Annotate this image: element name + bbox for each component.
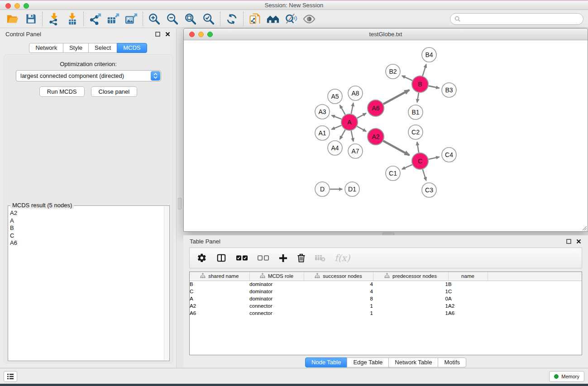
- tab-node-table[interactable]: Node Table: [305, 357, 348, 367]
- table-cell[interactable]: 1: [304, 302, 373, 310]
- vertical-split-handle[interactable]: [178, 198, 182, 210]
- zoom-selected-button[interactable]: [200, 11, 218, 27]
- table-cell[interactable]: C: [448, 288, 488, 295]
- table-cell[interactable]: A6: [448, 310, 488, 317]
- column-header-shared-name[interactable]: shared name: [190, 272, 249, 281]
- close-panel-button[interactable]: Close panel: [91, 86, 138, 97]
- edge-A-A5[interactable]: [340, 105, 345, 114]
- edge-A-A1[interactable]: [331, 125, 341, 129]
- network-minimize-button[interactable]: [198, 32, 204, 37]
- float-panel-icon[interactable]: [155, 31, 161, 37]
- table-cell[interactable]: 1: [304, 310, 373, 317]
- edge-A-A6[interactable]: [357, 113, 366, 118]
- zoom-in-button[interactable]: [145, 11, 163, 27]
- show-eye-button[interactable]: [300, 11, 318, 27]
- result-item[interactable]: C: [10, 232, 163, 240]
- column-header-MCDS-role[interactable]: MCDS role: [249, 272, 304, 281]
- edge-A-A7[interactable]: [351, 131, 354, 142]
- home-network-button[interactable]: [264, 11, 282, 27]
- apply-layout-button[interactable]: [223, 11, 241, 27]
- column-header-predecessor-nodes[interactable]: predecessor nodes: [373, 272, 448, 281]
- network-close-button[interactable]: [189, 32, 195, 37]
- tab-network[interactable]: Network: [29, 43, 63, 53]
- edge-A6-B[interactable]: [383, 90, 410, 104]
- network-canvas[interactable]: B4B2BB3A8A5A6B1A3AC2A1A2A4A7C4CC1DD1C3: [184, 40, 588, 231]
- delete-row-button[interactable]: [297, 253, 306, 263]
- edge-A-A8[interactable]: [351, 103, 354, 114]
- import-table-button[interactable]: [63, 11, 81, 27]
- select-all-button[interactable]: [236, 254, 248, 262]
- close-panel-icon[interactable]: [165, 31, 171, 37]
- network-graph[interactable]: B4B2BB3A8A5A6B1A3AC2A1A2A4A7C4CC1DD1C3: [184, 40, 588, 231]
- edge-A2-C[interactable]: [383, 141, 410, 155]
- memory-button[interactable]: Memory: [549, 371, 584, 382]
- table-row[interactable]: Cdominator41C: [190, 288, 582, 295]
- edge-A-A4[interactable]: [340, 130, 345, 139]
- table-cell[interactable]: A: [448, 295, 488, 302]
- export-network-button[interactable]: [86, 11, 104, 27]
- table-cell[interactable]: dominator: [249, 295, 304, 302]
- tab-style[interactable]: Style: [63, 43, 89, 53]
- tab-mcds[interactable]: MCDS: [117, 43, 147, 53]
- open-folder-button[interactable]: [4, 11, 22, 27]
- clone-network-button[interactable]: [246, 11, 264, 27]
- resize-grip-icon[interactable]: [581, 224, 587, 231]
- table-cell[interactable]: A2: [190, 302, 249, 310]
- gear-button[interactable]: [197, 253, 207, 263]
- table-cell[interactable]: A2: [448, 302, 488, 310]
- result-item[interactable]: A: [10, 217, 163, 225]
- table-cell[interactable]: 4: [304, 281, 373, 288]
- import-network-button[interactable]: [45, 11, 63, 27]
- table-cell[interactable]: 1: [373, 281, 448, 288]
- result-scrollbar[interactable]: [164, 206, 169, 360]
- column-header-successor-nodes[interactable]: successor nodes: [304, 272, 373, 281]
- edge-B-B2[interactable]: [402, 76, 412, 81]
- table-cell[interactable]: dominator: [249, 281, 304, 288]
- table-cell[interactable]: connector: [249, 310, 304, 317]
- result-item[interactable]: A6: [10, 239, 163, 247]
- table-row[interactable]: A2connector11A2: [190, 302, 582, 310]
- hide-details-button[interactable]: [282, 11, 300, 27]
- zoom-out-button[interactable]: [163, 11, 182, 27]
- zoom-window-button[interactable]: [24, 3, 29, 9]
- columns-button[interactable]: [216, 253, 227, 263]
- deselect-all-button[interactable]: [257, 254, 269, 262]
- edge-A-A2[interactable]: [357, 126, 366, 131]
- node-table[interactable]: shared nameMCDS rolesuccessor nodesprede…: [189, 272, 582, 355]
- add-row-button[interactable]: [278, 253, 288, 263]
- edge-B-B1[interactable]: [417, 93, 419, 103]
- table-float-icon[interactable]: [566, 238, 572, 244]
- table-cell[interactable]: A6: [190, 310, 249, 317]
- mcds-result-list[interactable]: A2ABCA6: [10, 210, 163, 359]
- export-image-button[interactable]: [122, 11, 140, 27]
- tab-network-table[interactable]: Network Table: [388, 357, 438, 367]
- table-cell[interactable]: connector: [249, 302, 304, 310]
- criterion-dropdown[interactable]: largest connected component (directed): [16, 70, 161, 81]
- table-cell[interactable]: B: [190, 281, 249, 288]
- network-zoom-button[interactable]: [207, 32, 213, 37]
- edge-C-C1[interactable]: [402, 165, 412, 169]
- edge-A-A3[interactable]: [332, 115, 342, 119]
- table-cell[interactable]: 1: [373, 310, 448, 317]
- edge-C-C2[interactable]: [417, 142, 419, 152]
- table-cell[interactable]: 1: [373, 302, 448, 310]
- table-close-icon[interactable]: [576, 238, 582, 244]
- table-row[interactable]: Bdominator41B: [190, 281, 582, 288]
- search-input[interactable]: [463, 14, 583, 24]
- table-cell[interactable]: B: [448, 281, 488, 288]
- zoom-fit-button[interactable]: [182, 11, 200, 27]
- table-cell[interactable]: 1: [373, 288, 448, 295]
- export-table-button[interactable]: [104, 11, 122, 27]
- edge-B-B3[interactable]: [429, 86, 440, 88]
- tab-select[interactable]: Select: [88, 43, 117, 53]
- search-field[interactable]: [450, 13, 583, 25]
- save-session-button[interactable]: [22, 11, 40, 27]
- table-cell[interactable]: 4: [304, 288, 373, 295]
- column-header-name[interactable]: name: [448, 272, 488, 281]
- tab-motifs[interactable]: Motifs: [438, 357, 466, 367]
- edge-C-C3[interactable]: [423, 169, 426, 181]
- task-console-button[interactable]: [4, 371, 17, 382]
- edge-C-C4[interactable]: [429, 157, 440, 159]
- table-row[interactable]: Adominator80A: [190, 295, 582, 302]
- minimize-window-button[interactable]: [14, 3, 20, 9]
